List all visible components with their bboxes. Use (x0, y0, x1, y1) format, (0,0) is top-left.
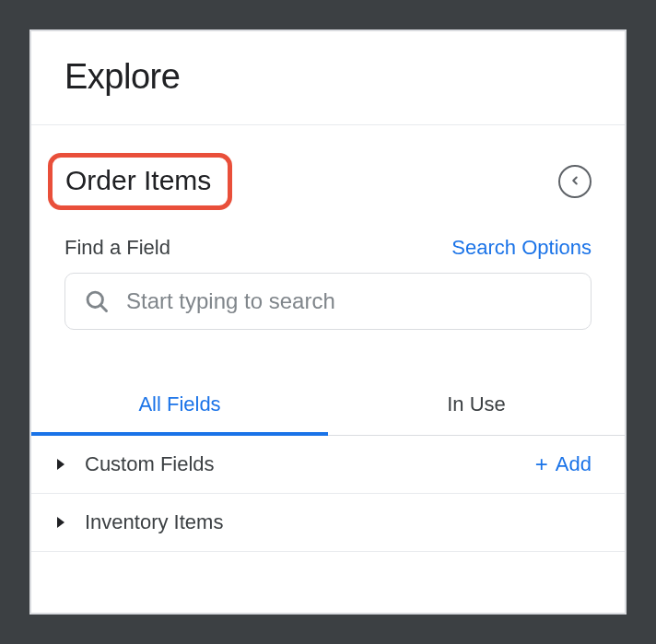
section-title: Order Items (65, 165, 211, 196)
collapse-button[interactable] (558, 165, 592, 198)
svg-line-1 (100, 305, 106, 310)
add-custom-field-link[interactable]: + Add (535, 452, 592, 476)
field-name-label: Inventory Items (85, 510, 592, 534)
search-input[interactable] (126, 288, 572, 314)
search-labels: Find a Field Search Options (64, 236, 592, 260)
section-header-row: Order Items (64, 153, 592, 210)
explore-panel: Explore Order Items Find a Field Search … (29, 29, 627, 615)
plus-icon: + (535, 453, 548, 475)
field-row-inventory-items[interactable]: Inventory Items (31, 494, 625, 552)
expand-arrow-icon (57, 459, 64, 470)
search-icon (84, 288, 110, 314)
page-title: Explore (64, 57, 592, 97)
tab-all-fields[interactable]: All Fields (31, 376, 328, 435)
find-field-label: Find a Field (64, 236, 170, 260)
panel-header: Explore (31, 31, 625, 125)
expand-arrow-icon (57, 517, 64, 528)
field-row-custom-fields[interactable]: Custom Fields + Add (31, 436, 625, 494)
section-title-highlight: Order Items (48, 153, 232, 210)
tab-in-use[interactable]: In Use (328, 376, 625, 435)
chevron-left-icon (568, 174, 581, 190)
search-box[interactable] (64, 273, 592, 330)
explore-section: Order Items Find a Field Search Options (31, 125, 625, 348)
field-list: Custom Fields + Add Inventory Items (31, 436, 625, 613)
add-label: Add (556, 452, 592, 476)
field-tabs: All Fields In Use (31, 376, 625, 436)
search-options-link[interactable]: Search Options (451, 236, 592, 260)
field-name-label: Custom Fields (85, 452, 515, 476)
